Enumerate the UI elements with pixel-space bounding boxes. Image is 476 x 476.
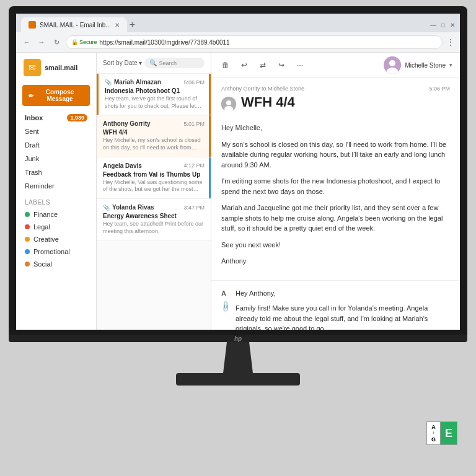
label-name-creative: Creative — [33, 236, 59, 243]
monitor-neck — [219, 342, 257, 373]
app-logo-icon: ✉ — [24, 59, 41, 76]
new-tab-button[interactable]: + — [130, 19, 135, 30]
body-p1: My son's school is closed on this day, s… — [221, 139, 450, 170]
label-dot-legal — [25, 224, 30, 229]
sender-name-3: Angela Davis — [103, 162, 142, 169]
sidebar-item-reminder[interactable]: Reminder — [16, 179, 96, 193]
sort-label: Sort by Date — [103, 60, 138, 66]
reply-greeting: Hey Anthony, — [236, 288, 450, 299]
sidebar-item-trash[interactable]: Trash — [16, 165, 96, 179]
tab-favicon — [29, 21, 36, 29]
delete-button[interactable]: 🗑 — [219, 58, 232, 72]
label-name-promotional: Promotional — [33, 248, 70, 255]
sender-name-1: Mariah Almazan — [114, 79, 161, 86]
energy-bottom-letter: G — [431, 436, 436, 443]
user-dropdown-icon[interactable]: ▾ — [449, 62, 452, 68]
email-indicator-1 — [209, 74, 211, 115]
minimize-button[interactable]: — — [430, 22, 436, 29]
label-social[interactable]: Social — [25, 258, 87, 270]
sidebar-item-draft[interactable]: Draft — [16, 138, 96, 152]
energy-label: A + G E — [426, 421, 457, 445]
address-bar[interactable]: 🔒 Secure https://smail.mail/10300/mgdriv… — [66, 35, 443, 49]
draft-label: Draft — [25, 141, 40, 149]
label-dot-social — [25, 262, 30, 267]
sidebar-item-inbox[interactable]: Inbox 1,939 — [16, 111, 96, 125]
label-creative[interactable]: Creative — [25, 233, 87, 245]
label-promotional[interactable]: Promotional — [25, 245, 87, 258]
sort-chevron-icon: ▾ — [139, 60, 142, 66]
email-item-2-header: Anthony Gorrity 5:01 PM — [103, 120, 205, 127]
email-item-4[interactable]: 📎 Yolanda Rivas 3:47 PM Energy Awareness… — [97, 199, 211, 240]
browser-controls: ← → ↻ 🔒 Secure https://smail.mail/10300/… — [16, 32, 460, 52]
search-icon: 🔍 — [149, 60, 157, 66]
browser-menu-button[interactable]: ⋮ — [446, 37, 455, 47]
email-indicator-3 — [209, 157, 211, 198]
trash-label: Trash — [25, 169, 42, 176]
email-time-2: 5:01 PM — [183, 121, 205, 127]
monitor-bottom-bar: hp — [9, 335, 467, 342]
email-content: Anthony Gorrity to Michelle Stone 5:06 P… — [211, 78, 460, 280]
tab-title: SMAIL.MAIL - Email Inb... — [40, 22, 111, 29]
reminder-label: Reminder — [25, 182, 55, 190]
email-time-3: 4:12 PM — [183, 162, 205, 169]
refresh-button[interactable]: ↻ — [51, 37, 62, 48]
svg-point-1 — [389, 60, 395, 66]
email-time-1: 5:06 PM — [183, 79, 205, 86]
tab-close-button[interactable]: ✕ — [115, 22, 120, 29]
sender-name-2: Anthony Gorrity — [103, 120, 151, 127]
email-detail: 🗑 ↩ ⇄ ↪ ··· — [211, 53, 460, 330]
body-signature: Anthony — [221, 256, 450, 267]
hp-logo: hp — [234, 335, 242, 342]
compose-icon: ✏ — [29, 92, 33, 99]
forward-button[interactable]: → — [36, 37, 47, 48]
undo-button[interactable]: ↩ — [237, 58, 251, 72]
sort-button[interactable]: Sort by Date ▾ — [103, 60, 142, 66]
email-subject-2: WFH 4/4 — [103, 129, 205, 136]
sidebar-logo: ✉ smail.mail — [16, 53, 96, 82]
label-name-social: Social — [33, 260, 52, 268]
forward-button[interactable]: ↪ — [275, 58, 288, 72]
app-logo-text: smail.mail — [45, 64, 77, 71]
sidebar-item-sent[interactable]: Sent — [16, 125, 96, 138]
energy-rating-left: A + G — [427, 422, 441, 444]
energy-efficiency-letter: E — [441, 422, 457, 444]
restore-button[interactable]: □ — [441, 22, 445, 29]
email-item-1[interactable]: 📎 Mariah Almazan 5:06 PM Indonesia Photo… — [97, 74, 211, 115]
email-preview-3: Hey Michelle, Val was questioning some o… — [103, 179, 205, 193]
label-legal[interactable]: Legal — [25, 221, 87, 233]
label-finance[interactable]: Finance — [25, 208, 87, 221]
body-p3: Mariah and Jacqueline got me their prior… — [221, 203, 450, 234]
browser-chrome: SMAIL.MAIL - Email Inb... ✕ + — □ ✕ ← — [16, 14, 460, 53]
energy-plus: + — [432, 431, 434, 435]
body-p2: I'm editing some shots for the new Indon… — [221, 176, 450, 196]
reply-icons: A 📎 — [221, 288, 231, 330]
email-item-3[interactable]: Angela Davis 4:12 PM Feedback from Val i… — [97, 157, 211, 199]
labels-title: Labels — [25, 199, 87, 206]
sender-avatar — [221, 97, 236, 112]
email-subject-1: Indonesia Photoshoot Q1 — [105, 87, 205, 94]
body-see-you: See you next week! — [221, 240, 450, 250]
close-window-button[interactable]: ✕ — [450, 22, 455, 29]
svg-point-4 — [226, 100, 231, 105]
inbox-label: Inbox — [25, 114, 43, 121]
email-item-2[interactable]: Anthony Gorrity 5:01 PM WFH 4/4 Hey Mich… — [97, 115, 211, 157]
reply-body-content: Hey Anthony, Family first! Make sure you… — [236, 288, 450, 330]
user-avatar — [384, 56, 401, 74]
email-list: Sort by Date ▾ 🔍 Search — [97, 53, 211, 330]
redo-button[interactable]: ⇄ — [256, 58, 270, 72]
reply-p1: Family first! Make sure you call in for … — [236, 303, 450, 330]
more-button[interactable]: ··· — [293, 58, 307, 72]
email-subject-4: Energy Awareness Sheet — [103, 213, 205, 219]
label-name-legal: Legal — [33, 223, 50, 231]
reply-icon-a: A — [221, 289, 231, 297]
browser-tab-active[interactable]: SMAIL.MAIL - Email Inb... ✕ — [21, 17, 127, 32]
label-dot-finance — [25, 212, 30, 217]
search-box[interactable]: 🔍 Search — [144, 58, 205, 68]
labels-section: Labels Finance Legal Creat — [16, 193, 96, 273]
email-preview-2: Hey Michelle, my son's school is closed … — [103, 137, 205, 151]
compose-button[interactable]: ✏ Compose Message — [22, 85, 90, 106]
back-button[interactable]: ← — [21, 37, 32, 48]
sidebar-item-junk[interactable]: Junk — [16, 152, 96, 165]
email-item-4-header: 📎 Yolanda Rivas 3:47 PM — [103, 204, 205, 211]
energy-top-letter: A — [431, 424, 436, 430]
